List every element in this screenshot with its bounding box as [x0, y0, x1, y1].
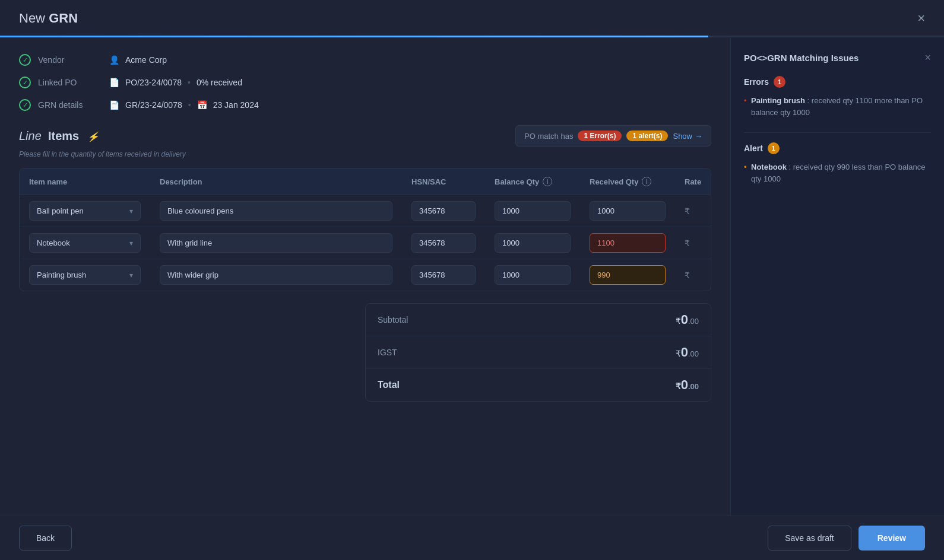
igst-row: IGST ₹0.00 [366, 336, 711, 369]
grn-details-row: GRN details 📄 GR/23-24/0078 • 📅 23 Jan 2… [19, 99, 711, 111]
linked-po-row: Linked PO 📄 PO/23-24/0078 • 0% received [19, 77, 711, 88]
hsn-input-3[interactable] [411, 265, 476, 285]
desc-input-3[interactable] [160, 265, 392, 285]
td-hsn-1 [402, 195, 485, 227]
currency-icon-1: ₹ [685, 206, 690, 216]
balance-qty-input-1[interactable] [495, 201, 571, 221]
th-item-name: Item name [20, 168, 150, 195]
td-hsn-2 [402, 227, 485, 259]
modal-footer: Back Save as draft Review [0, 516, 944, 560]
received-qty-input-3[interactable] [590, 265, 666, 285]
th-rate: Rate [675, 168, 711, 195]
grn-check-icon [19, 99, 31, 111]
alerts-section: Alert 1 Notebook : received qty 990 less… [744, 142, 931, 184]
grn-details-value: 📄 GR/23-24/0078 • 📅 23 Jan 2024 [109, 100, 259, 110]
table-row: Painting brush ▾ [20, 259, 711, 291]
td-desc-3 [150, 259, 402, 291]
section-subtitle: Please fill in the quantity of items rec… [19, 150, 711, 158]
po-match-bar: PO match has 1 Error(s) 1 alert(s) Show … [515, 125, 711, 147]
totals-section: Subtotal ₹0.00 IGST ₹0.00 Total [19, 303, 711, 402]
td-rate-1: ₹ [675, 195, 711, 227]
divider [744, 132, 931, 133]
received-qty-input-2[interactable] [590, 233, 666, 253]
alerts-label: Alert 1 [744, 142, 931, 154]
td-received-qty-1 [580, 195, 675, 227]
td-hsn-3 [402, 259, 485, 291]
errors-label: Errors 1 [744, 76, 931, 88]
section-header: Line Items ⚡ PO match has 1 Error(s) 1 a… [19, 125, 711, 147]
chevron-down-icon: ▾ [129, 239, 133, 247]
calendar-icon: 📅 [197, 100, 207, 110]
td-balance-qty-2 [485, 227, 580, 259]
th-balance-qty: Balance Qty i [485, 168, 580, 195]
errors-section: Errors 1 Painting brush : received qty 1… [744, 76, 931, 118]
person-icon: 👤 [109, 55, 119, 65]
td-item-2: Notebook ▾ [20, 227, 150, 259]
th-hsn: HSN/SAC [402, 168, 485, 195]
igst-value: ₹0.00 [676, 345, 699, 360]
total-value: ₹0.00 [676, 377, 699, 393]
vendor-value: 👤 Acme Corp [109, 55, 167, 65]
balance-qty-input-2[interactable] [495, 233, 571, 253]
lightning-icon: ⚡ [87, 131, 99, 142]
table-header: Item name Description HSN/SAC Balance Qt… [20, 168, 711, 195]
balance-qty-info-icon[interactable]: i [543, 177, 552, 186]
save-as-draft-button[interactable]: Save as draft [768, 526, 851, 551]
errors-count-badge: 1 [774, 76, 785, 88]
td-rate-3: ₹ [675, 259, 711, 291]
main-content: Vendor 👤 Acme Corp Linked PO 📄 PO/23-24/… [0, 37, 730, 516]
item-select-2[interactable]: Notebook ▾ [29, 233, 141, 253]
td-desc-2 [150, 227, 402, 259]
side-panel-title: PO<>GRN Matching Issues [744, 53, 859, 63]
th-received-qty: Received Qty i [580, 168, 675, 195]
grn-doc-icon: 📄 [109, 100, 119, 110]
totals-table: Subtotal ₹0.00 IGST ₹0.00 Total [365, 303, 711, 402]
linked-po-check-icon [19, 77, 31, 88]
page-title: New GRN [19, 11, 78, 26]
doc-icon: 📄 [109, 78, 119, 87]
desc-input-1[interactable] [160, 201, 392, 221]
chevron-down-icon: ▾ [129, 207, 133, 215]
td-balance-qty-1 [485, 195, 580, 227]
linked-po-value: 📄 PO/23-24/0078 • 0% received [109, 78, 242, 87]
footer-right: Save as draft Review [768, 526, 925, 551]
modal-close-button[interactable]: × [917, 12, 925, 25]
balance-qty-input-3[interactable] [495, 265, 571, 285]
back-button[interactable]: Back [19, 526, 72, 551]
side-panel-close-button[interactable]: × [924, 52, 931, 64]
item-select-1[interactable]: Ball point pen ▾ [29, 201, 141, 221]
hsn-input-2[interactable] [411, 233, 476, 253]
td-desc-1 [150, 195, 402, 227]
td-item-3: Painting brush ▾ [20, 259, 150, 291]
hsn-input-1[interactable] [411, 201, 476, 221]
items-table: Item name Description HSN/SAC Balance Qt… [19, 168, 711, 291]
subtotal-label: Subtotal [378, 315, 408, 324]
alerts-count-badge: 1 [768, 142, 780, 154]
td-rate-2: ₹ [675, 227, 711, 259]
item-select-3[interactable]: Painting brush ▾ [29, 265, 141, 285]
vendor-row: Vendor 👤 Acme Corp [19, 54, 711, 66]
total-label: Total [378, 380, 400, 390]
table-row: Notebook ▾ [20, 227, 711, 259]
section-title: Line Items ⚡ [19, 129, 99, 143]
alert-badge: 1 alert(s) [626, 131, 668, 141]
show-link[interactable]: Show → [673, 132, 702, 141]
received-qty-input-1[interactable] [590, 201, 666, 221]
received-qty-info-icon[interactable]: i [642, 177, 651, 186]
subtotal-row: Subtotal ₹0.00 [366, 304, 711, 336]
th-description: Description [150, 168, 402, 195]
td-balance-qty-3 [485, 259, 580, 291]
td-received-qty-3 [580, 259, 675, 291]
grn-details-label: GRN details [38, 100, 109, 110]
review-button[interactable]: Review [859, 526, 925, 551]
vendor-check-icon [19, 54, 31, 66]
modal-body: Vendor 👤 Acme Corp Linked PO 📄 PO/23-24/… [0, 37, 944, 516]
po-match-text: PO match has [524, 132, 573, 141]
td-item-1: Ball point pen ▾ [20, 195, 150, 227]
currency-icon-3: ₹ [685, 271, 690, 280]
subtotal-value: ₹0.00 [676, 312, 699, 327]
side-panel: PO<>GRN Matching Issues × Errors 1 Paint… [730, 37, 944, 516]
td-received-qty-2 [580, 227, 675, 259]
meta-rows: Vendor 👤 Acme Corp Linked PO 📄 PO/23-24/… [19, 54, 711, 111]
desc-input-2[interactable] [160, 233, 392, 253]
